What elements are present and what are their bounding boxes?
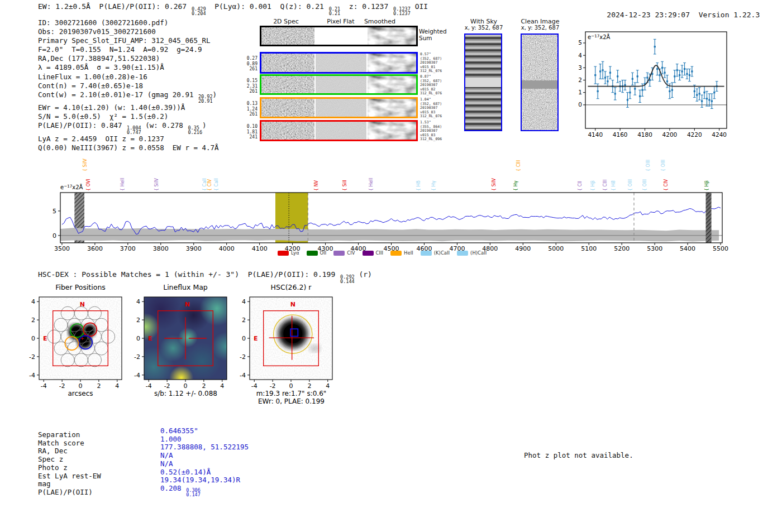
svg-text:e−17x2Å: e−17x2Å (60, 184, 83, 190)
clean-gray-band (522, 80, 557, 89)
weighted-sum-label: Weighted Sum (419, 28, 447, 41)
summary-header: EW: 1.2±0.5Å P(LAE)/P(OII): 0.267 0.4290… (38, 2, 428, 16)
col-header-2dspec: 2D Spec (258, 18, 314, 25)
compass-north-label: N (290, 301, 295, 308)
spectral-line-label: { Hγ (513, 180, 518, 191)
fiber-weight-labels: 0.270.89261 (240, 56, 258, 72)
svg-text:2: 2 (202, 382, 206, 390)
spectral-line-label: { Hβ (590, 180, 595, 191)
match-row-value: 177.388808, 51.522195 (160, 443, 249, 452)
spectral-line-label: { CIII (516, 160, 521, 171)
svg-text:4: 4 (136, 298, 140, 305)
hi-lo-uncertainty: 0.350.216 (188, 126, 202, 135)
svg-text:4: 4 (220, 382, 224, 390)
lineflux-xlabel: s/b: 1.12 +/- 0.088 (137, 390, 235, 397)
match-row-label: Match score (38, 439, 101, 448)
hi-lo-uncertainty: 0.210.21 (329, 7, 340, 16)
spectral-line-label: { OVI (86, 179, 91, 191)
info-line: Primary Spec_Slot_IFU_AMP: 312_045_065_R… (38, 36, 219, 45)
hi-lo-uncertainty: 0.3060.147 (186, 488, 201, 497)
legend-swatch (421, 251, 432, 256)
col-header-smoothed: Smoothed (352, 18, 408, 25)
hsc-cutout-plot: NE-4-4-2-2002244 (235, 293, 337, 392)
info-line: RA,Dec (177.388947,51.522038) (38, 54, 219, 63)
spectral-line-label: { CaII (214, 178, 219, 191)
fiber-positions-plot: NE+-4-4-2-2002244 (25, 293, 126, 392)
spec2d-row (260, 52, 418, 74)
spec2d-cell (368, 99, 416, 117)
fiber-weight-labels: 0.152.31261 (240, 78, 258, 94)
match-row-value: 0.646355" (160, 427, 249, 435)
svg-text:-2: -2 (59, 382, 65, 390)
legend-item: CIII (363, 250, 383, 256)
spec2d-cell (368, 76, 416, 93)
svg-text:2: 2 (97, 382, 101, 390)
svg-text:2: 2 (31, 317, 35, 324)
with-sky-coords: x, y: 352, 687 (458, 25, 509, 31)
svg-text:5500: 5500 (713, 245, 728, 252)
svg-text:0: 0 (578, 101, 582, 108)
svg-text:0: 0 (184, 382, 188, 390)
spectral-line-label: { SiIV (154, 178, 159, 191)
compass-north-label: N (185, 301, 190, 308)
match-row-label: Separation (38, 431, 101, 439)
hsc-xlabel-1: m:19.3 re:1.7" s:0.6" (242, 390, 340, 397)
svg-text:+: + (80, 336, 85, 341)
hi-lo-uncertainty: 20.9220.91 (198, 94, 213, 103)
spec2d-row (260, 120, 418, 141)
legend-item: (K)CaII (421, 250, 450, 256)
svg-text:-2: -2 (29, 353, 35, 361)
svg-text:2: 2 (242, 317, 246, 324)
spec2d-cell (261, 76, 314, 93)
svg-text:5: 5 (578, 39, 582, 46)
svg-text:5100: 5100 (581, 245, 597, 252)
hsc-cutout-title: HSC(26.2) r (249, 283, 333, 291)
match-row-value: N/A (160, 460, 249, 468)
svg-text:3900: 3900 (186, 245, 202, 252)
svg-text:-2: -2 (134, 353, 140, 361)
hi-lo-uncertainty: 0.12370.1237 (393, 7, 411, 16)
spec2d-cell (316, 122, 366, 140)
spectrum-legend: LyαOIICIVCIIIHeII(K)CaII(H)CaII (278, 250, 487, 256)
svg-text:-2: -2 (270, 382, 276, 390)
spectral-line-label: { CaII (202, 178, 207, 191)
match-row-label: RA, Dec (38, 447, 101, 456)
compass-east-label: E (148, 335, 152, 342)
match-row-value: 0.208 0.3060.147 (160, 485, 249, 497)
fiber-weight-labels: 0.101.81241 (240, 124, 258, 140)
spectral-line-label: { SiIV (83, 159, 88, 171)
lineflux-overlay-plot: -4-4-2-2002244NE (130, 293, 231, 392)
svg-text:2: 2 (136, 317, 140, 324)
phot-z-note: Phot z plot not available. (524, 451, 633, 459)
hsc-dex-match-line: HSC-DEX : Possible Matches = 1 (within +… (38, 270, 372, 284)
svg-text:4180: 4180 (637, 131, 652, 138)
svg-text:3800: 3800 (153, 245, 169, 252)
info-line: EWr = 4.10(±1.20) (w: 1.40(±0.39))Å (38, 103, 219, 112)
svg-text:4160: 4160 (613, 131, 628, 138)
svg-text:4: 4 (31, 298, 35, 305)
spec2d-cell (261, 122, 314, 140)
fiber-id-labels: 0.87"(352, 687)20190307v015_02312_RL_076 (420, 75, 454, 96)
spectral-line-label: { SiIV (492, 178, 497, 191)
spectral-line-label: { HeII (369, 178, 374, 191)
spec2d-row (260, 26, 418, 46)
hsc-xlabel-2: EWr: 0, PLAE: 0.199 (242, 397, 340, 405)
spec2d-cell (261, 99, 314, 117)
spec2d-row (260, 74, 418, 95)
spectral-line-label: { HeII (120, 178, 125, 191)
legend-item: (H)CaII (457, 250, 487, 256)
spectral-line-label: { NV (314, 180, 319, 191)
legend-swatch (278, 251, 289, 256)
legend-item: OII (307, 250, 327, 256)
fiber-xlabel: arcsecs (39, 390, 122, 397)
svg-text:4220: 4220 (687, 131, 702, 138)
spectral-line-label: { Hδ (416, 180, 421, 191)
svg-text:4000: 4000 (219, 245, 235, 252)
svg-text:1: 1 (578, 89, 582, 95)
match-row-value: 0.52(±0.14)Å (160, 468, 249, 477)
spectral-line-label: { OIII (646, 160, 651, 171)
svg-text:0: 0 (31, 335, 35, 342)
match-row-label: Photo z (38, 464, 101, 472)
svg-text:4140: 4140 (588, 131, 603, 138)
svg-text:2: 2 (578, 76, 582, 83)
